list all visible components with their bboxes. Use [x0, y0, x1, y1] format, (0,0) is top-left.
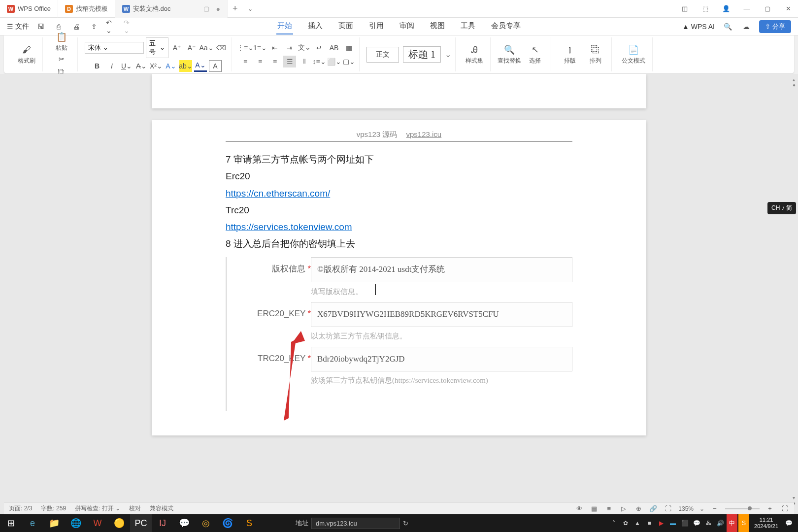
find-replace-button[interactable]: 🔍 查找替换: [498, 44, 521, 65]
strike-button[interactable]: A̶⌄: [135, 60, 148, 72]
tab-template[interactable]: D 找稻壳模板: [58, 0, 115, 18]
zoom-out-button[interactable]: −: [710, 504, 719, 513]
columns-button[interactable]: ▦: [342, 42, 355, 54]
status-page[interactable]: 页面: 2/3: [9, 504, 32, 513]
taskbar-intellij[interactable]: IJ: [152, 514, 173, 532]
paste-button[interactable]: 📋 粘贴: [50, 31, 73, 52]
doc-mode-button[interactable]: 📄 公文模式: [619, 44, 648, 65]
taskbar-chrome[interactable]: 🟡: [108, 514, 130, 532]
print-icon[interactable]: 🖨: [70, 21, 82, 33]
distribute-button[interactable]: ⫴: [298, 56, 311, 67]
increase-indent-button[interactable]: ⇥: [283, 42, 296, 54]
close-button[interactable]: ✕: [778, 0, 798, 18]
highlight-button[interactable]: ab⌄: [179, 60, 192, 72]
tab-view[interactable]: 视图: [429, 18, 446, 34]
status-proof[interactable]: 校对: [129, 504, 141, 513]
tray-icon-4[interactable]: ▶: [656, 514, 666, 532]
cube-icon[interactable]: ⬚: [696, 0, 715, 18]
start-button[interactable]: ⊞: [0, 514, 22, 532]
reading-view-icon[interactable]: ▷: [619, 504, 628, 513]
tab-menu-button[interactable]: ⌄: [243, 5, 258, 12]
tray-icon-3[interactable]: ■: [644, 514, 655, 532]
tray-wechat-icon[interactable]: 💬: [691, 514, 702, 532]
tab-review[interactable]: 审阅: [399, 18, 415, 34]
styles-button[interactable]: Ꭿ 样式集: [463, 44, 486, 65]
tray-sogou-icon[interactable]: S: [738, 514, 749, 532]
shading-button[interactable]: ⬜⌄: [328, 56, 340, 67]
italic-button[interactable]: I: [105, 60, 118, 72]
align-right-button[interactable]: ≡: [268, 56, 281, 67]
tray-volume-icon[interactable]: 🔊: [715, 514, 726, 532]
wps-ai-button[interactable]: ▲ WPS AI: [682, 23, 715, 31]
align-left-button[interactable]: ≡: [239, 56, 252, 67]
tray-icon-6[interactable]: ⬛: [679, 514, 690, 532]
tab-wps-office[interactable]: W WPS Office: [0, 0, 58, 18]
tab-tools[interactable]: 工具: [460, 18, 476, 34]
tab-reference[interactable]: 引用: [368, 18, 385, 34]
save-icon[interactable]: 🖫: [35, 21, 47, 33]
select-button[interactable]: ↖ 选择: [523, 44, 547, 65]
undo-button[interactable]: ↶ ⌄: [106, 21, 118, 33]
taskbar-explorer[interactable]: 📁: [43, 514, 65, 532]
new-tab-button[interactable]: +: [228, 3, 243, 14]
taskbar-app2[interactable]: 🌀: [217, 514, 238, 532]
style-more-icon[interactable]: ⌄: [445, 50, 451, 59]
tray-network-icon[interactable]: 🖧: [703, 514, 714, 532]
bold-button[interactable]: B: [91, 60, 103, 72]
style-normal[interactable]: 正文: [366, 47, 399, 63]
taskbar-browser[interactable]: 🌐: [65, 514, 87, 532]
taskbar-edge[interactable]: e: [22, 514, 43, 532]
outline-view-icon[interactable]: ≡: [604, 504, 613, 513]
link-icon[interactable]: 🔗: [649, 504, 658, 513]
line-break-button[interactable]: ↵: [313, 42, 326, 54]
tab-menu-icon[interactable]: ▢: [203, 5, 209, 12]
minimize-button[interactable]: —: [737, 0, 757, 18]
chevron-down-icon[interactable]: ⌄: [699, 505, 704, 512]
header-link[interactable]: vps123.icu: [406, 130, 442, 138]
zoom-level[interactable]: 135%: [678, 505, 694, 512]
avatar-icon[interactable]: 👤: [716, 0, 736, 18]
redo-button[interactable]: ↷ ⌄: [124, 21, 135, 33]
menu-file[interactable]: ☰ 文件: [7, 22, 29, 31]
ab-button[interactable]: AB: [328, 42, 340, 54]
font-grow-icon[interactable]: A⁺: [170, 42, 183, 54]
scroll-up-icon[interactable]: ▴●: [791, 77, 797, 88]
text-effect-button[interactable]: A⌄: [165, 60, 177, 72]
font-family-select[interactable]: 宋体 ⌄: [85, 42, 144, 54]
share-button[interactable]: ⇧ 分享: [759, 20, 791, 33]
tray-icon-1[interactable]: ✿: [620, 514, 631, 532]
font-color-button[interactable]: A⌄: [194, 60, 207, 72]
tray-icon-2[interactable]: ▲: [632, 514, 643, 532]
change-case-icon[interactable]: Aa⌄: [200, 42, 213, 54]
taskbar-sublime[interactable]: S: [238, 514, 260, 532]
fullscreen-icon[interactable]: ⛶: [780, 504, 789, 513]
align-center-button[interactable]: ≡: [254, 56, 266, 67]
link-etherscan[interactable]: https://cn.etherscan.com/: [226, 188, 330, 199]
search-icon[interactable]: 🔍: [722, 21, 733, 33]
address-input[interactable]: [311, 518, 400, 529]
taskbar-app1[interactable]: ◎: [195, 514, 217, 532]
document-content[interactable]: 7 审请第三方节点帐号两个网址如下 Erc20 https://cn.ether…: [152, 152, 646, 411]
tab-document[interactable]: W 安装文档.doc ▢ ●: [115, 0, 228, 18]
zoom-in-button[interactable]: +: [765, 504, 774, 513]
char-shading-button[interactable]: A: [209, 60, 222, 72]
arrange-button[interactable]: ⿻ 排列: [584, 44, 607, 65]
numbering-button[interactable]: 1≡⌄: [254, 42, 266, 54]
fit-icon[interactable]: ⛶: [664, 504, 672, 513]
zoom-slider[interactable]: [725, 508, 760, 509]
tab-start[interactable]: 开始: [276, 18, 293, 34]
line-spacing-button[interactable]: ↕≡⌄: [313, 56, 326, 67]
eye-icon[interactable]: 👁: [575, 504, 584, 513]
notifications-icon[interactable]: 💬: [783, 514, 794, 532]
ime-indicator[interactable]: CH ♪ 简: [767, 202, 796, 214]
refresh-icon[interactable]: ↻: [403, 520, 408, 527]
layout-button[interactable]: ⫿ 排版: [558, 44, 582, 65]
underline-button[interactable]: U⌄: [120, 60, 133, 72]
cut-icon[interactable]: ✂: [55, 53, 68, 65]
taskbar-wps[interactable]: W: [87, 514, 108, 532]
font-shrink-icon[interactable]: A⁻: [185, 42, 198, 54]
format-painter-button[interactable]: 🖌 格式刷: [15, 44, 38, 65]
superscript-button[interactable]: X²⌄: [150, 60, 163, 72]
document-area[interactable]: vps123 源码 vps123.icu 7 审请第三方节点帐号两个网址如下 E…: [0, 74, 798, 514]
maximize-button[interactable]: ▢: [758, 0, 777, 18]
